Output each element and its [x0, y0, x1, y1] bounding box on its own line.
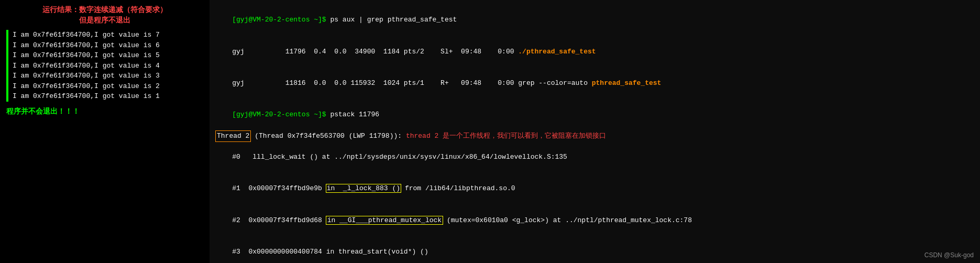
- output-line-4: I am 0x7fe61f364700,I got value is 4: [13, 61, 203, 71]
- thread2-header: Thread 2 (Thread 0x7f34fe563700 (LWP 117…: [216, 131, 974, 141]
- title-line2: 但是程序不退出: [79, 16, 130, 25]
- output-line-1: I am 0x7fe61f364700,I got value is 7: [13, 30, 203, 40]
- ps-row-2: gyj 11816 0.0 0.0 115932 1024 pts/1 R+ 0…: [216, 68, 974, 99]
- output-line-7: I am 0x7fe61f364700,I got value is 1: [13, 91, 203, 102]
- cmd-text-1: ps aux | grep pthread_safe_test: [326, 16, 457, 24]
- right-panel: [gyj@VM-20-2-centos ~]$ ps aux | grep pt…: [210, 0, 980, 263]
- output-area: I am 0x7fe61f364700,I got value is 7 I a…: [6, 30, 203, 102]
- title-text: 运行结果：数字连续递减（符合要求） 但是程序不退出: [6, 5, 203, 26]
- output-line-3: I am 0x7fe61f364700,I got value is 5: [13, 50, 203, 61]
- t2-frame-1: #1 0x00007f34ffbd9e9b in _l_lock_883 () …: [216, 173, 974, 204]
- left-panel: 运行结果：数字连续递减（符合要求） 但是程序不退出 I am 0x7fe61f3…: [0, 0, 210, 263]
- bottom-text: 程序并不会退出！！！: [6, 107, 203, 116]
- t2-frame-3: #3 0x0000000000400784 in thread_start(vo…: [216, 236, 974, 263]
- prompt-1: [gyj@VM-20-2-centos ~]$: [232, 16, 326, 24]
- title-line1: 运行结果：数字连续递减（符合要求）: [42, 6, 167, 14]
- output-line-2: I am 0x7fe61f364700,I got value is 6: [13, 40, 203, 51]
- output-line-6: I am 0x7fe61f364700,I got value is 2: [13, 81, 203, 92]
- cmd-line-1: [gyj@VM-20-2-centos ~]$ ps aux | grep pt…: [216, 4, 974, 36]
- t2-frame-0: #0 lll_lock_wait () at ../nptl/sysdeps/u…: [216, 141, 974, 173]
- t2-frame-2: #2 0x00007f34ffbd9d68 in __GI___pthread_…: [216, 205, 974, 236]
- watermark: CSDN @Suk-god: [924, 251, 974, 259]
- output-line-5: I am 0x7fe61f364700,I got value is 3: [13, 71, 203, 81]
- ps-row-1: gyj 11796 0.4 0.0 34900 1184 pts/2 Sl+ 0…: [216, 36, 974, 67]
- cmd-line-2: [gyj@VM-20-2-centos ~]$ pstack 11796: [216, 99, 974, 130]
